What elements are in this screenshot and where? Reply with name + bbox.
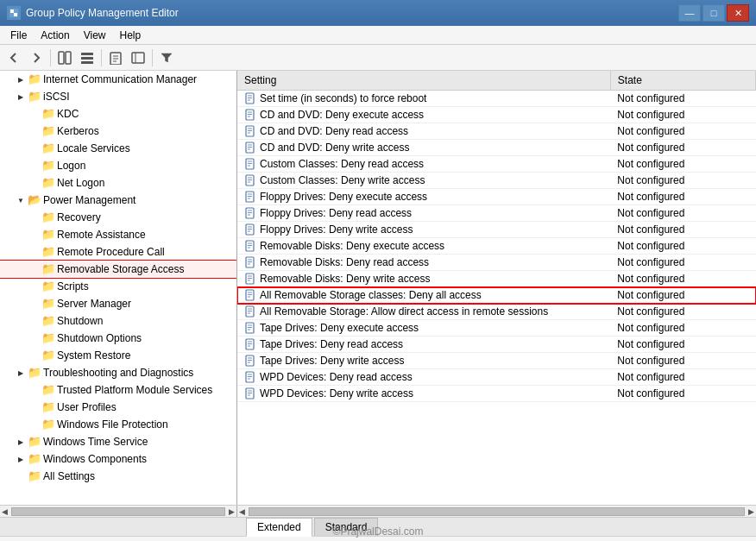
expander-power-management[interactable]: ▼ xyxy=(14,193,28,207)
expander-iscsi[interactable]: ▶ xyxy=(14,90,28,104)
menu-action[interactable]: Action xyxy=(34,28,76,43)
menu-view[interactable]: View xyxy=(77,28,113,43)
forward-button[interactable] xyxy=(26,47,47,68)
table-row[interactable]: Tape Drives: Deny write accessNot config… xyxy=(237,353,756,369)
table-row[interactable]: CD and DVD: Deny write accessNot configu… xyxy=(237,140,756,156)
menu-help[interactable]: Help xyxy=(113,28,148,43)
tree-item-all-settings[interactable]: 📁All Settings xyxy=(0,468,236,485)
table-row[interactable]: Floppy Drives: Deny execute accessNot co… xyxy=(237,189,756,205)
tree-item-kdc[interactable]: 📁KDC xyxy=(0,105,236,123)
show-hide-button[interactable] xyxy=(54,47,75,68)
table-row[interactable]: Set time (in seconds) to force rebootNot… xyxy=(237,91,756,107)
window-controls[interactable]: — □ ✕ xyxy=(678,4,749,22)
menu-file[interactable]: File xyxy=(3,28,34,43)
tree-item-remote-procedure-call[interactable]: 📁Remote Procedure Call xyxy=(0,243,236,261)
tree-item-troubleshooting[interactable]: ▶📁Troubleshooting and Diagnostics xyxy=(0,364,236,381)
tree-item-kerberos[interactable]: 📁Kerberos xyxy=(0,123,236,140)
tree-item-trusted-platform[interactable]: 📁Trusted Platform Module Services xyxy=(0,381,236,399)
setting-icon xyxy=(244,92,256,104)
table-row[interactable]: All Removable Storage: Allow direct acce… xyxy=(237,304,756,320)
right-scroll-left-arrow[interactable]: ◀ xyxy=(237,507,247,516)
tree-item-power-management[interactable]: ▼📂Power Management xyxy=(0,192,236,209)
expander-internet-comm[interactable]: ▶ xyxy=(14,72,28,86)
tree-item-shutdown-options[interactable]: 📁Shutdown Options xyxy=(0,330,236,347)
svg-rect-26 xyxy=(246,142,254,153)
tree-item-internet-comm[interactable]: ▶📁Internet Communication Manager xyxy=(0,71,236,88)
cell-state: Not configured xyxy=(610,320,755,337)
setting-text: Custom Classes: Deny write access xyxy=(260,174,425,186)
setting-text: Removable Disks: Deny write access xyxy=(260,273,430,285)
column-state[interactable]: State xyxy=(610,71,755,91)
filter-button[interactable] xyxy=(156,47,177,68)
table-row[interactable]: Floppy Drives: Deny read accessNot confi… xyxy=(237,205,756,222)
tab-standard[interactable]: Standard xyxy=(314,518,379,536)
expander-locale-services xyxy=(28,142,41,155)
tree-item-removable-storage-access[interactable]: 📁Removable Storage Access xyxy=(0,261,236,278)
tree-label-logon: Logon xyxy=(57,160,236,172)
tree-item-logon[interactable]: 📁Logon xyxy=(0,157,236,174)
folder-icon-system-restore: 📁 xyxy=(41,349,55,362)
tree-item-scripts[interactable]: 📁Scripts xyxy=(0,278,236,295)
table-row[interactable]: Custom Classes: Deny read accessNot conf… xyxy=(237,156,756,173)
table-row[interactable]: CD and DVD: Deny execute accessNot confi… xyxy=(237,107,756,123)
settings-table: Setting State Set time (in seconds) to f… xyxy=(237,71,756,402)
table-row[interactable]: Floppy Drives: Deny write accessNot conf… xyxy=(237,222,756,238)
expander-windows-time-service[interactable]: ▶ xyxy=(14,435,28,449)
cell-setting: Custom Classes: Deny write access xyxy=(237,173,610,189)
tree-label-shutdown-options: Shutdown Options xyxy=(57,332,236,344)
table-row[interactable]: CD and DVD: Deny read accessNot configur… xyxy=(237,123,756,140)
back-button[interactable] xyxy=(3,47,24,68)
left-hscrollbar[interactable]: ◀ ▶ xyxy=(0,506,237,517)
extend-button[interactable] xyxy=(128,47,148,68)
cell-setting: Removable Disks: Deny write access xyxy=(237,271,610,287)
right-scroll-right-arrow[interactable]: ▶ xyxy=(747,507,756,516)
expander-windows-components[interactable]: ▶ xyxy=(14,452,28,466)
tree-label-iscsi: iSCSI xyxy=(43,91,236,103)
tree-item-windows-components[interactable]: ▶📁Windows Components xyxy=(0,450,236,468)
table-row[interactable]: All Removable Storage classes: Deny all … xyxy=(237,287,756,304)
table-row[interactable]: Removable Disks: Deny execute accessNot … xyxy=(237,238,756,255)
properties-button[interactable] xyxy=(105,47,126,68)
table-row[interactable]: Removable Disks: Deny write accessNot co… xyxy=(237,271,756,287)
tab-extended[interactable]: Extended xyxy=(246,518,312,537)
right-scroll-thumb[interactable] xyxy=(249,507,745,516)
tree-label-all-settings: All Settings xyxy=(43,470,236,482)
minimize-button[interactable]: — xyxy=(678,4,701,22)
tree-item-iscsi[interactable]: ▶📁iSCSI xyxy=(0,88,236,105)
left-scroll-thumb[interactable] xyxy=(11,507,225,516)
expander-scripts xyxy=(28,280,41,293)
setting-icon xyxy=(244,142,256,154)
maximize-button[interactable]: □ xyxy=(702,4,725,22)
expander-troubleshooting[interactable]: ▶ xyxy=(14,366,28,380)
expander-kdc xyxy=(28,107,41,121)
tree-item-server-manager[interactable]: 📁Server Manager xyxy=(0,295,236,312)
expander-windows-file-protection xyxy=(28,418,41,431)
tree-item-windows-file-protection[interactable]: 📁Windows File Protection xyxy=(0,416,236,433)
setting-text: All Removable Storage classes: Deny all … xyxy=(260,289,482,301)
tree-item-net-logon[interactable]: 📁Net Logon xyxy=(0,174,236,192)
svg-rect-6 xyxy=(81,57,93,60)
column-setting[interactable]: Setting xyxy=(237,71,610,91)
tree-item-system-restore[interactable]: 📁System Restore xyxy=(0,347,236,364)
tree-item-remote-assistance[interactable]: 📁Remote Assistance xyxy=(0,226,236,243)
tree-item-windows-time-service[interactable]: ▶📁Windows Time Service xyxy=(0,433,236,450)
left-pane[interactable]: ▶📁Internet Communication Manager▶📁iSCSI📁… xyxy=(0,71,237,505)
table-row[interactable]: Tape Drives: Deny execute accessNot conf… xyxy=(237,320,756,337)
left-scroll-left-arrow[interactable]: ◀ xyxy=(0,507,9,516)
tree-item-shutdown[interactable]: 📁Shutdown xyxy=(0,312,236,330)
svg-rect-62 xyxy=(246,290,254,300)
table-row[interactable]: Removable Disks: Deny read accessNot con… xyxy=(237,255,756,271)
folder-icon-remote-procedure-call: 📁 xyxy=(41,245,55,259)
close-button[interactable]: ✕ xyxy=(727,4,749,22)
view-button[interactable] xyxy=(77,47,98,68)
table-row[interactable]: Tape Drives: Deny read accessNot configu… xyxy=(237,337,756,353)
tree-item-recovery[interactable]: 📁Recovery xyxy=(0,209,236,226)
right-hscrollbar[interactable]: ◀ ▶ xyxy=(237,506,756,517)
tree-item-locale-services[interactable]: 📁Locale Services xyxy=(0,140,236,157)
table-row[interactable]: WPD Devices: Deny read accessNot configu… xyxy=(237,369,756,386)
table-row[interactable]: WPD Devices: Deny write accessNot config… xyxy=(237,386,756,402)
table-row[interactable]: Custom Classes: Deny write accessNot con… xyxy=(237,173,756,189)
left-scroll-right-arrow[interactable]: ▶ xyxy=(227,507,236,516)
cell-state: Not configured xyxy=(610,238,755,255)
tree-item-user-profiles[interactable]: 📁User Profiles xyxy=(0,399,236,416)
